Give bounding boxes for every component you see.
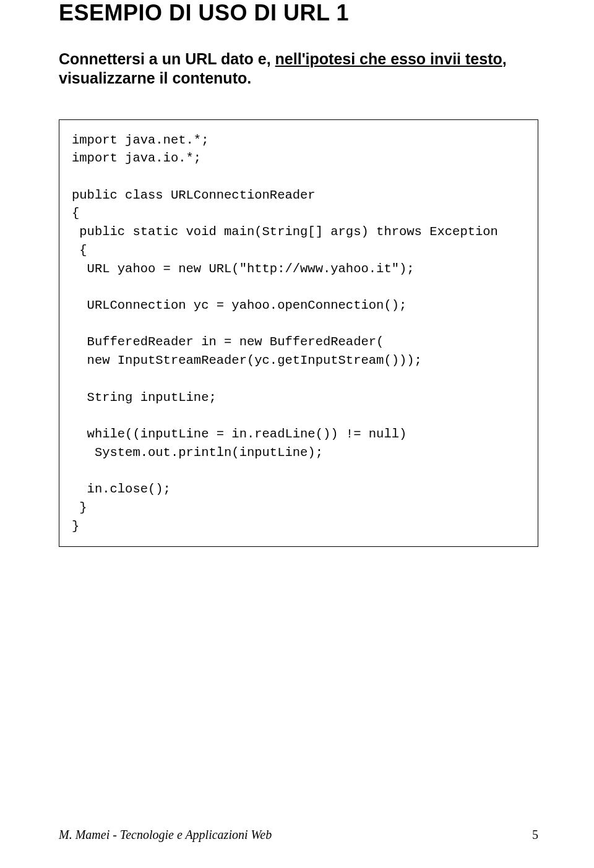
page-footer: M. Mamei - Tecnologie e Applicazioni Web… bbox=[59, 828, 538, 842]
intro-part1: Connettersi a un URL dato e, bbox=[59, 50, 275, 67]
footer-page-number: 5 bbox=[532, 828, 538, 842]
intro-paragraph: Connettersi a un URL dato e, nell'ipotes… bbox=[59, 49, 538, 88]
code-block: import java.net.*; import java.io.*; pub… bbox=[59, 119, 538, 548]
page-title: ESEMPIO DI USO DI URL 1 bbox=[59, 0, 538, 26]
footer-left: M. Mamei - Tecnologie e Applicazioni Web bbox=[59, 828, 272, 842]
intro-underlined: nell'ipotesi che esso invii testo bbox=[275, 50, 502, 67]
